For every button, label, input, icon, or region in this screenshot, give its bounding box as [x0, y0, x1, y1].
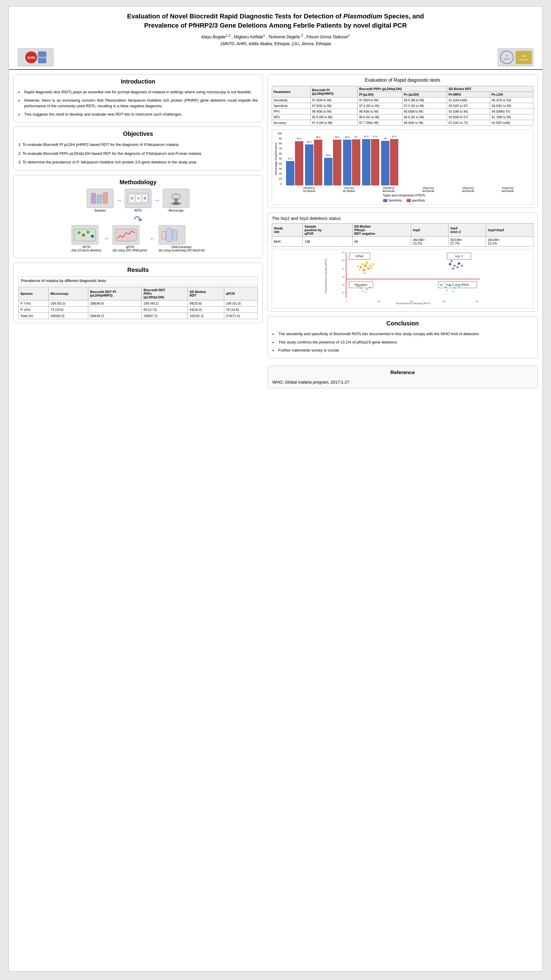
- right-column: Evaluation of Rapid diagnostic tests Par…: [267, 74, 538, 967]
- hrp-site: MHC: [272, 237, 302, 247]
- svg-point-62: [362, 290, 363, 292]
- total-qpcr: 274(71.4): [224, 313, 257, 319]
- svg-text:tRNA: tRNA: [356, 255, 364, 258]
- legend-sensitivity: Sensitivity: [383, 199, 402, 202]
- svg-point-70: [461, 265, 463, 267]
- svg-point-54: [372, 263, 374, 266]
- right-logos: 🔬 MNTD Dilla University: [498, 48, 534, 66]
- ppv-pv-ldh: 94.0(88to 97): [490, 109, 533, 115]
- dna-img: [159, 225, 185, 245]
- main-content: Introduction Rapid diagnostic test (RDT)…: [9, 70, 542, 971]
- samples-box: Samples: [87, 189, 113, 212]
- objective-1: 1. To evaluate Biocredit Pf pLDH/ pHRP2 …: [18, 140, 258, 149]
- svg-point-65: [449, 263, 451, 266]
- svg-point-48: [362, 269, 365, 272]
- poster: Evaluation of Novel Biocredit Rapid Diag…: [8, 6, 543, 972]
- spec-biocredit-pf: 97.5(92 to 99): [310, 103, 357, 109]
- conclusion-section: Conclusion The sensitivity and specifici…: [267, 316, 538, 358]
- svg-text:120: 120: [442, 300, 446, 303]
- rdts-label: RDTs: [125, 209, 151, 212]
- results-title: Results: [18, 267, 258, 274]
- qpcr-box: qPCR (by using 18S rRNA gene): [113, 225, 147, 252]
- hrp2-cluster: [449, 260, 463, 269]
- svg-text:0: 0: [345, 300, 347, 303]
- methodology-title: Methodology: [18, 179, 258, 186]
- legend-specificity: specificity: [407, 199, 425, 202]
- intro-bullet-2: However, there is an increasing concern …: [18, 96, 258, 110]
- results-row-pf: P. f (%) 193 (50.3) 188(48.9) 189 (49.2)…: [18, 300, 257, 306]
- xaxis-5: Pf(pLDH)Biocherdit: [459, 187, 477, 192]
- col-sdbioline: SD BiolineRDT: [188, 287, 224, 300]
- svg-point-68: [452, 268, 454, 269]
- sensitivity-bar-4: 97.5: [362, 139, 370, 185]
- col-biocredit-pfpv: Biocredit RDTPf/Pv(pLDH/pLDH): [142, 287, 188, 300]
- svg-text:AHRI: AHRI: [27, 56, 35, 59]
- rdts-img: [125, 189, 151, 208]
- rdt-row-ppv: PPV 98.4(95 to 99) 98.4(95 to 99) 95.8(8…: [272, 109, 533, 115]
- svg-text:40: 40: [378, 300, 380, 303]
- specificity-bar-0: 93.2: [295, 141, 303, 185]
- npv-biocredit-pf: 95.8 (90 to 98): [310, 115, 357, 120]
- rdt-row-specificity: Specificity 97.5(92 to 99) 97.4 (92 to 9…: [272, 103, 533, 109]
- sens-pv-ldh: 86.3(76 to 93): [490, 97, 533, 103]
- samples-img: [87, 189, 113, 208]
- header: Evaluation of Novel Biocredit Rapid Diag…: [9, 6, 542, 70]
- author-sup2: 1: [263, 33, 265, 37]
- title-line2: Prevalence of PfHRP2/3 Gene Deletions Am…: [144, 22, 407, 29]
- param-npv: NPV: [272, 115, 310, 120]
- svg-rect-10: [91, 193, 96, 204]
- sens-biocredit-pf: 97.4(94 to 99): [310, 97, 357, 103]
- xaxis-2: Pv(LDH)SD Bioline: [340, 187, 358, 192]
- svg-text:30: 30: [342, 283, 345, 286]
- svg-point-71: [451, 260, 453, 262]
- ppv-pv-pldh: 95.8(88 to 98): [402, 109, 447, 115]
- conclusion-bullet-2: This study confirms the presence of 13.1…: [272, 338, 533, 347]
- intro-bullet-1: Rapid diagnostic test (RDT) plays an ess…: [18, 88, 258, 96]
- microscopy-label: Microscopy: [163, 209, 189, 212]
- ppv-biocredit-pf: 98.4(95 to 99): [310, 109, 357, 115]
- dna-sublabel: (by using nucleomag 200 blood kit): [159, 249, 205, 252]
- svg-point-69: [457, 266, 458, 268]
- qpcr-img: [113, 225, 139, 245]
- rdt-sub-pf-hrp2: Pf-HRP2: [447, 92, 490, 97]
- dpcr-box: dPCR (hrp 2/3 gene deletion): [71, 225, 102, 252]
- svg-text:hrp 2: hrp 2: [455, 255, 463, 258]
- svg-point-58: [360, 287, 362, 289]
- total-biocredit-pf: 189(49.2): [88, 313, 141, 319]
- acc-pf-hrp2: 67.2(61 to 72): [447, 120, 490, 126]
- author-name1: Alayu Bogale: [201, 34, 226, 39]
- svg-point-64: [359, 293, 360, 294]
- methodology-bottom-row: dPCR (hrp 2/3 gene deletion) ← qPCR (by …: [18, 225, 258, 252]
- poster-title: Evaluation of Novel Biocredit Rapid Diag…: [18, 12, 534, 30]
- svg-text:Negative: Negative: [355, 283, 367, 286]
- chart-xaxis-title: Types and componenet of RDTs: [278, 194, 531, 197]
- conclusion-bullet-1: The sensitivity and specificity of Bioch…: [272, 330, 533, 338]
- svg-point-66: [454, 265, 455, 267]
- sensitivity-bar-0: 51.3: [286, 161, 294, 185]
- microscopy-img: [163, 189, 189, 208]
- svg-text:70: 70: [342, 251, 345, 254]
- results-row-total: Total (%) 266(69.3) 189(49.2) 258(67.2) …: [18, 313, 257, 319]
- hrp-col-site: Studysite: [272, 223, 302, 237]
- hrp-hrp2hrp3-val: 26/198=13.1%: [486, 237, 533, 247]
- svg-rect-33: [173, 230, 177, 240]
- dna-label: DNA Extraction: [159, 245, 205, 249]
- rdt-col-biocredit-pfpv: Biocredit Pf/Pv (pLDH/pLDH): [357, 86, 447, 92]
- svg-point-30: [91, 235, 94, 238]
- svg-point-55: [364, 272, 365, 274]
- yaxis-label: Percentage of performance: [275, 132, 278, 185]
- objectives-list: 1. To evaluate Biocredit Pf pLDH/ pHRP2 …: [18, 140, 258, 167]
- title-text-2: Species, and: [382, 13, 424, 20]
- results-table-header-row: Species Microscopy Biocredit RDT Pf(pLDH…: [18, 287, 257, 300]
- acc-pv-pldh: 96.4(92 to 98): [402, 120, 447, 126]
- arrow-2: →: [154, 196, 160, 204]
- sensitivity-bar-5: 94: [381, 141, 389, 185]
- introduction-list: Rapid diagnostic test (RDT) plays an ess…: [18, 88, 258, 118]
- pf-qpcr: 198 (51.6): [224, 300, 257, 306]
- svg-text:20: 20: [342, 291, 345, 294]
- param-ppv: PPV: [272, 109, 310, 115]
- xaxis-1: Pf(HRP2)SD Bioline: [300, 187, 318, 192]
- introduction-title: Introduction: [18, 78, 258, 85]
- hrp-sample-count: 198: [303, 237, 352, 247]
- npv-pf-hrp2: 53.9(50 to 57): [447, 115, 490, 120]
